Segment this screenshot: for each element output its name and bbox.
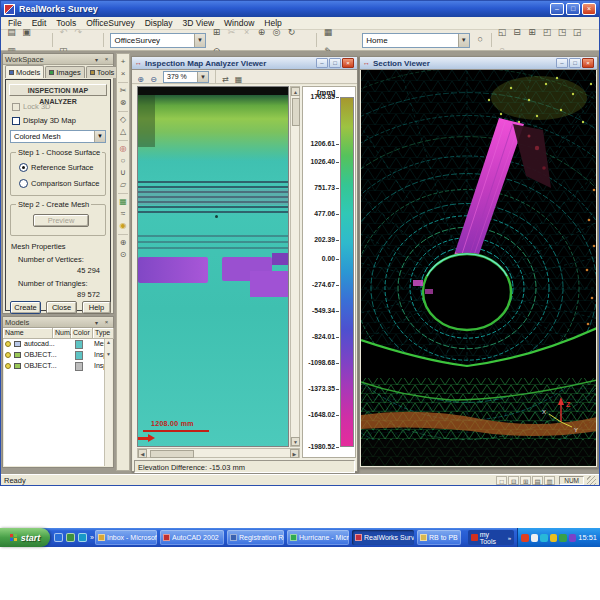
workspace-panel-header[interactable]: WorkSpace ▾ × — [3, 54, 113, 65]
panel-close-icon[interactable]: × — [102, 56, 111, 62]
comparison-surface-radio[interactable]: Comparison Surface — [19, 179, 99, 188]
chevron-down-icon[interactable]: ▼ — [458, 34, 469, 47]
rotate-icon[interactable]: ↻ — [284, 26, 299, 40]
horizontal-scrollbar[interactable]: ◀ ▶ — [137, 448, 300, 458]
title-bar[interactable]: RealWorks Survey – □ × — [1, 1, 599, 17]
snapshot-status-icon[interactable]: ▥ — [544, 476, 555, 485]
chevron-down-icon[interactable]: ▼ — [197, 72, 208, 82]
radio-icon[interactable] — [19, 163, 28, 172]
mesh-tool-icon[interactable]: ▦ — [117, 196, 129, 208]
tray-icon[interactable] — [540, 534, 548, 542]
quick-launch-icon[interactable] — [66, 533, 75, 542]
maximize-button[interactable]: □ — [329, 58, 341, 68]
scrollbar-thumb[interactable] — [292, 98, 300, 126]
segment-tool-icon[interactable]: ⊗ — [117, 97, 129, 109]
model-row[interactable]: autocad...Mesh — [4, 339, 104, 350]
open-icon[interactable]: ▤ — [4, 26, 19, 40]
close-button[interactable]: × — [342, 58, 354, 68]
maximize-button[interactable]: □ — [566, 3, 580, 15]
section-3d-view[interactable]: Z X Y — [361, 70, 596, 466]
printer-status-icon[interactable]: ▤ — [532, 476, 543, 485]
layout-split-icon[interactable]: ⊟ — [508, 476, 519, 485]
model-row[interactable]: OBJECT...Inspectio — [4, 350, 104, 361]
models-panel-header[interactable]: Models ▾ × — [3, 317, 113, 328]
lock-3d-checkbox[interactable]: Lock 3D — [12, 102, 51, 111]
cylinder-tool-icon[interactable]: ∪ — [117, 167, 129, 179]
quick-launch-icon[interactable] — [54, 533, 63, 542]
cascade-windows-icon[interactable]: ◱ — [495, 26, 510, 40]
column-num[interactable]: Num... — [53, 328, 71, 339]
preview-button[interactable]: Preview — [33, 214, 89, 227]
maximize-button[interactable]: □ — [569, 58, 581, 68]
target-tool-icon[interactable]: ◎ — [117, 143, 129, 155]
examine-icon[interactable]: ◎ — [269, 26, 284, 40]
fit-view-icon[interactable]: ⊞ — [209, 26, 224, 40]
resize-grip[interactable] — [587, 476, 596, 485]
new-viewer-icon[interactable]: ◰ — [540, 26, 555, 40]
chevron-down-icon[interactable]: ▼ — [94, 131, 105, 142]
reference-surface-radio[interactable]: Reference Surface — [19, 163, 94, 172]
split-horizontal-icon[interactable]: ◳ — [555, 26, 570, 40]
minimize-button[interactable]: – — [316, 58, 328, 68]
start-button[interactable]: start — [0, 528, 50, 547]
inspect-tool-icon[interactable]: ◉ — [117, 220, 129, 232]
create-button[interactable]: Create — [10, 301, 41, 314]
circle-tool-icon[interactable]: ○ — [117, 155, 129, 167]
close-button[interactable]: × — [582, 3, 596, 15]
layout-quad-icon[interactable]: ⊞ — [520, 476, 531, 485]
fit-width-icon[interactable]: ⇄ — [219, 74, 232, 86]
chevron-more-icon[interactable]: » — [90, 534, 94, 541]
clock-tool-icon[interactable]: ⊙ — [117, 249, 129, 261]
panel-close-icon[interactable]: × — [102, 319, 111, 325]
sampling-tool-icon[interactable]: ◇ — [117, 114, 129, 126]
display-mode-icon[interactable]: ▦ — [232, 74, 245, 86]
section-viewer-title-bar[interactable]: ↔ Section Viewer – □ × — [360, 57, 597, 70]
tray-icon[interactable] — [550, 534, 558, 542]
select-tool-icon[interactable]: + — [117, 56, 129, 68]
measure-icon[interactable]: ⊕ — [254, 26, 269, 40]
chevron-down-icon[interactable]: ▼ — [194, 34, 205, 47]
cut-tool-icon[interactable]: ✂ — [117, 85, 129, 97]
column-name[interactable]: Name — [3, 328, 53, 339]
tray-icon[interactable] — [569, 534, 577, 542]
taskbar-task[interactable]: RB to PB — [417, 530, 461, 545]
survey-mode-combo[interactable]: OfficeSurvey▼ — [110, 33, 206, 48]
taskbar-task[interactable]: AutoCAD 2002 — [160, 530, 224, 545]
models-scrollbar[interactable]: ▲▼ — [104, 339, 112, 466]
mesh-type-select[interactable]: Colored Mesh▼ — [10, 130, 106, 143]
display-3d-map-checkbox[interactable]: Display 3D Map — [12, 116, 76, 125]
help-button[interactable]: Help — [82, 301, 111, 314]
tab-models[interactable]: Models — [5, 65, 44, 78]
segment-icon[interactable]: ✂ — [224, 26, 239, 40]
taskbar-task[interactable]: Inbox - Microsof... — [95, 530, 157, 545]
inspection-map[interactable]: 1208.00 mm — [137, 86, 289, 447]
taskbar-task[interactable]: Registration Rep... — [227, 530, 284, 545]
scroll-up-icon[interactable]: ▲ — [291, 87, 300, 96]
scroll-down-icon[interactable]: ▼ — [291, 437, 300, 446]
user-icon[interactable]: ○ — [473, 33, 488, 47]
menu-display[interactable]: Display — [140, 17, 178, 29]
tray-icon[interactable] — [521, 534, 529, 542]
quick-launch-icon[interactable] — [78, 533, 87, 542]
visibility-bulb-icon[interactable] — [5, 341, 11, 347]
visibility-bulb-icon[interactable] — [5, 363, 11, 369]
taskbar-task[interactable]: RealWorks Survey — [352, 530, 414, 545]
tab-tools[interactable]: Tools — [86, 66, 119, 78]
plane-tool-icon[interactable]: ▱ — [117, 179, 129, 191]
panel-menu-icon[interactable]: ▾ — [92, 56, 101, 63]
minimize-button[interactable]: – — [550, 3, 564, 15]
checkbox-icon[interactable] — [12, 117, 20, 125]
zoom-level-combo[interactable]: 379 %▼ — [163, 71, 209, 83]
checkbox-icon[interactable] — [12, 103, 20, 111]
image-icon[interactable]: ▦ — [320, 26, 335, 40]
visibility-bulb-icon[interactable] — [5, 352, 11, 358]
tile-horizontal-icon[interactable]: ⊟ — [510, 26, 525, 40]
column-type[interactable]: Type — [93, 328, 114, 339]
scroll-right-icon[interactable]: ▶ — [290, 449, 299, 458]
extract-tool-icon[interactable]: △ — [117, 126, 129, 138]
taskbar-task[interactable]: Hurricane - Micro... — [287, 530, 349, 545]
layout-single-icon[interactable]: □ — [496, 476, 507, 485]
home-combo[interactable]: Home▼ — [362, 33, 469, 48]
contour-tool-icon[interactable]: ≈ — [117, 208, 129, 220]
split-vertical-icon[interactable]: ◲ — [570, 26, 585, 40]
